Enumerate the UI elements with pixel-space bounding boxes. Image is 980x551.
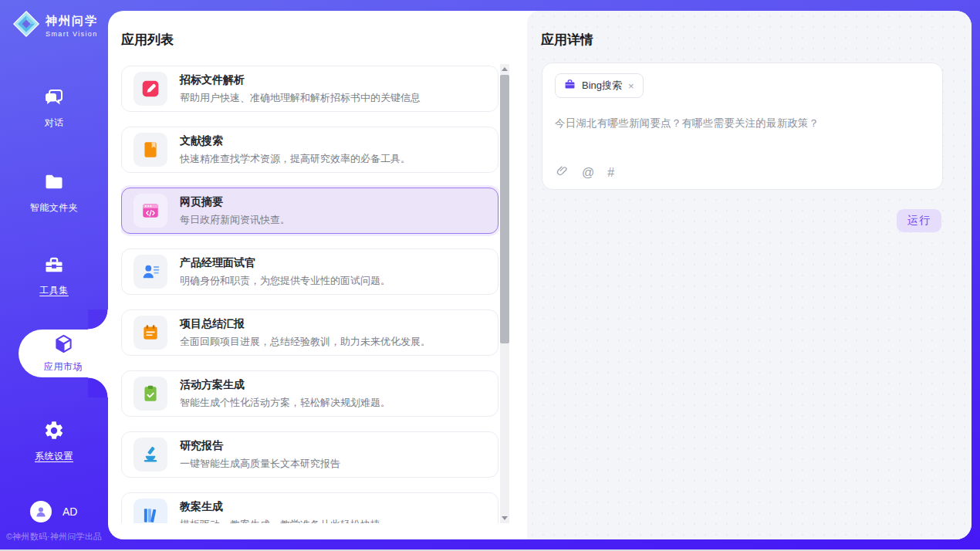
app-description: 模板驱动，教案生成，教学准备从此轻松快捷 bbox=[180, 518, 380, 524]
sidebar-item-label: 智能文件夹 bbox=[30, 201, 79, 215]
interviewer-icon bbox=[133, 255, 167, 289]
avatar bbox=[30, 501, 52, 522]
sidebar-item-settings[interactable]: 系统设置 bbox=[0, 420, 108, 463]
tool-tag-label: Bing搜索 bbox=[582, 79, 622, 93]
sidebar-item-toolset[interactable]: 工具集 bbox=[0, 254, 108, 297]
app-name: 研究报告 bbox=[180, 439, 340, 453]
brand-slogan: Smart Vision bbox=[46, 30, 98, 38]
app-card-lesson-plan[interactable]: 教案生成 模板驱动，教案生成，教学准备从此轻松快捷 bbox=[121, 492, 498, 523]
app-description: 明确身份和职责，为您提供专业性的面试问题。 bbox=[180, 274, 390, 288]
app-description: 每日政府新闻资讯快查。 bbox=[180, 213, 290, 227]
clipboard-check-icon bbox=[133, 377, 167, 411]
run-button[interactable]: 运行 bbox=[897, 209, 941, 232]
diamond-logo-icon bbox=[12, 10, 40, 41]
app-description: 智能生成个性化活动方案，轻松解决规划难题。 bbox=[180, 396, 390, 410]
books-icon bbox=[133, 499, 167, 523]
app-description: 全面回顾项目进展，总结经验教训，助力未来优化发展。 bbox=[180, 335, 431, 349]
app-card-list: 招标文件解析 帮助用户快速、准确地理解和解析招标书中的关键信息 文献搜索 快速精… bbox=[121, 66, 499, 523]
app-name: 网页摘要 bbox=[180, 195, 290, 209]
app-card-literature-search[interactable]: 文献搜索 快速精准查找学术资源，提高研究效率的必备工具。 bbox=[121, 127, 498, 173]
app-card-research-report[interactable]: 研究报告 一键智能生成高质量长文本研究报告 bbox=[121, 431, 498, 478]
app-description: 一键智能生成高质量长文本研究报告 bbox=[180, 457, 340, 471]
gear-icon bbox=[43, 420, 65, 445]
scrollbar-up-arrow[interactable] bbox=[502, 67, 508, 71]
app-name: 文献搜索 bbox=[180, 134, 411, 148]
mention-icon[interactable]: @ bbox=[582, 166, 594, 180]
sidebar-item-label: 工具集 bbox=[39, 284, 69, 297]
app-description: 帮助用户快速、准确地理解和解析招标书中的关键信息 bbox=[180, 91, 421, 105]
sidebar-item-smart-folder[interactable]: 智能文件夹 bbox=[0, 171, 108, 215]
input-toolbar: @ # bbox=[556, 164, 614, 181]
microscope-icon bbox=[133, 438, 167, 472]
app-name: 招标文件解析 bbox=[180, 73, 421, 87]
app-name: 产品经理面试官 bbox=[180, 256, 390, 270]
app-card-tender-analysis[interactable]: 招标文件解析 帮助用户快速、准确地理解和解析招标书中的关键信息 bbox=[121, 66, 498, 112]
app-card-project-summary[interactable]: 项目总结汇报 全面回顾项目进展，总结经验教训，助力未来优化发展。 bbox=[121, 309, 498, 356]
attachment-icon[interactable] bbox=[556, 164, 569, 181]
tag-close-icon[interactable]: × bbox=[628, 81, 634, 91]
sidebar-item-label: 系统设置 bbox=[35, 450, 73, 463]
app-list-title: 应用列表 bbox=[121, 31, 174, 49]
brand-logo: 神州问学 Smart Vision bbox=[12, 10, 98, 41]
app-list-scrollbar[interactable] bbox=[500, 64, 509, 523]
briefcase-icon bbox=[564, 79, 576, 93]
sidebar-item-app-market[interactable]: 应用市场 bbox=[19, 330, 108, 377]
book-icon bbox=[133, 133, 167, 167]
prompt-input-card[interactable]: Bing搜索 × 今日湖北有哪些新闻要点？有哪些需要关注的最新政策？ @ # bbox=[542, 63, 943, 190]
app-name: 项目总结汇报 bbox=[180, 317, 431, 331]
topic-icon[interactable]: # bbox=[607, 166, 614, 180]
scrollbar-down-arrow[interactable] bbox=[502, 516, 508, 520]
copyright-text: ©神州数码·神州问学出品 bbox=[6, 531, 108, 543]
app-list-panel: 应用列表 招标文件解析 帮助用户快速、准确地理解和解析招标书中的关键信息 bbox=[108, 11, 527, 539]
brand-name: 神州问学 bbox=[46, 14, 98, 29]
app-description: 快速精准查找学术资源，提高研究效率的必备工具。 bbox=[180, 152, 411, 166]
sidebar-item-chat[interactable]: 对话 bbox=[0, 86, 108, 130]
app-detail-panel: 应用详情 Bing搜索 × 今日湖北有哪些新闻要点？有哪些需要关注的最新政策？ bbox=[527, 11, 972, 539]
content-frame: 应用列表 招标文件解析 帮助用户快速、准确地理解和解析招标书中的关键信息 bbox=[108, 11, 972, 539]
app-card-pm-interviewer[interactable]: 产品经理面试官 明确身份和职责，为您提供专业性的面试问题。 bbox=[121, 248, 498, 295]
cube-icon bbox=[53, 333, 74, 357]
user-initials: AD bbox=[63, 505, 77, 518]
tool-tag-bing-search[interactable]: Bing搜索 × bbox=[555, 73, 644, 98]
scrollbar-thumb[interactable] bbox=[500, 75, 509, 343]
calendar-report-icon bbox=[133, 316, 167, 350]
sidebar-item-label: 应用市场 bbox=[44, 360, 83, 374]
query-text[interactable]: 今日湖北有哪些新闻要点？有哪些需要关注的最新政策？ bbox=[555, 117, 930, 130]
sidebar-item-label: 对话 bbox=[45, 117, 64, 130]
app-name: 教案生成 bbox=[180, 500, 380, 514]
sidebar: 神州问学 Smart Vision 对话 智能文件夹 工具集 bbox=[0, 0, 108, 549]
web-page-icon bbox=[133, 194, 167, 228]
app-card-event-plan[interactable]: 活动方案生成 智能生成个性化活动方案，轻松解决规划难题。 bbox=[121, 370, 498, 417]
app-card-web-summary[interactable]: 网页摘要 每日政府新闻资讯快查。 bbox=[121, 188, 498, 234]
chat-icon bbox=[43, 86, 65, 111]
app-detail-title: 应用详情 bbox=[541, 31, 593, 49]
user-account[interactable]: AD bbox=[30, 501, 77, 522]
edit-document-icon bbox=[133, 72, 167, 106]
toolbox-icon bbox=[43, 254, 65, 279]
app-name: 活动方案生成 bbox=[180, 378, 390, 392]
folder-icon bbox=[43, 171, 65, 196]
